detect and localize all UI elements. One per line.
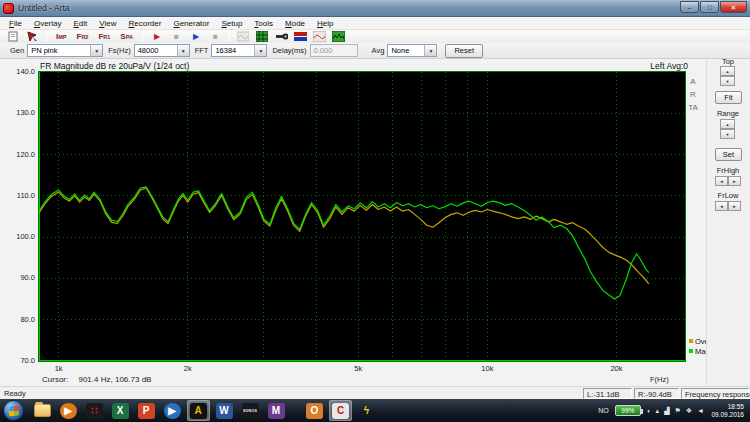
delay-input[interactable]: 0.000 (310, 44, 358, 57)
plot-canvas (39, 72, 685, 361)
frhigh-left-button[interactable]: ◄ (715, 176, 728, 186)
corel-icon-glyph: C (332, 403, 349, 419)
corel-icon[interactable]: C (329, 400, 352, 421)
lightning-icon-glyph: ϟ (358, 403, 375, 419)
volume-muted-icon[interactable]: ◄ (697, 407, 704, 414)
new-overlay-icon[interactable] (7, 31, 20, 42)
frhigh-right-button[interactable]: ► (728, 176, 741, 186)
led-app-icon[interactable]: ∷ (83, 400, 106, 421)
menu-tools[interactable]: Tools (248, 19, 279, 28)
record-stop-button[interactable]: ■ (169, 31, 184, 43)
media-player-icon[interactable]: ▶ (57, 400, 80, 421)
explorer-icon[interactable] (31, 400, 54, 421)
start-button[interactable] (3, 400, 24, 421)
fr-window-icon[interactable] (313, 31, 326, 42)
menu-edit[interactable]: Edit (67, 19, 93, 28)
arta-app-icon (3, 3, 14, 14)
spa-mode-button[interactable]: SPA (117, 31, 136, 43)
menu-help[interactable]: Help (311, 19, 339, 28)
reset-button[interactable]: Reset (445, 44, 483, 58)
dropdown-arrow-icon[interactable]: ▼ (424, 45, 436, 56)
frlow-right-button[interactable]: ► (728, 201, 741, 211)
fit-button[interactable]: Fit (715, 91, 742, 104)
minimize-button[interactable]: – (680, 1, 699, 13)
top-up-button[interactable]: ▲ (720, 66, 735, 76)
cursor-readout: Cursor: 901.4 Hz, 106.73 dB (42, 375, 151, 384)
graph-scale-icon[interactable] (256, 31, 269, 42)
record-button[interactable]: ▶ (149, 31, 165, 43)
menu-file[interactable]: File (3, 19, 28, 28)
mode-pane: Frequency response 1Ch (681, 388, 749, 399)
generator-select[interactable]: PN pink ▼ (27, 44, 103, 57)
maximize-button[interactable]: □ (700, 1, 719, 13)
toolbar-main: IMP FR2 FR1 SPA ▶ ■ ▶ ■ (0, 30, 750, 43)
spectrum-window-icon[interactable] (332, 31, 345, 42)
powerpoint-icon-glyph: P (138, 403, 155, 419)
menu-view[interactable]: View (93, 19, 122, 28)
top-down-button[interactable]: ▼ (720, 76, 735, 86)
dropdown-arrow-icon[interactable]: ▼ (177, 45, 189, 56)
gen-label: Gen (10, 46, 24, 55)
set-button[interactable]: Set (715, 148, 742, 161)
mediamonkey-icon[interactable]: M (265, 400, 288, 421)
excel-icon[interactable]: X (109, 400, 132, 421)
taskbar-clock[interactable]: 18:55 09.09.2016 (711, 403, 744, 418)
menu-setup[interactable]: Setup (215, 19, 248, 28)
arta-taskbar-icon[interactable]: A (187, 400, 210, 421)
x-tick-20k: 20k (606, 364, 626, 373)
system-tray: NO 99% ◖▴▟⚑❖◄ 18:55 09.09.2016 (598, 399, 748, 422)
sample-rate-select[interactable]: 48000 ▼ (134, 44, 190, 57)
frhigh-spinner[interactable]: ◄ ► (715, 176, 741, 186)
generator-setup-icon[interactable] (237, 31, 250, 42)
range-down-button[interactable]: ▼ (720, 129, 735, 139)
outlook-icon-glyph: O (306, 403, 323, 419)
update-icon[interactable]: ❖ (686, 407, 692, 415)
player-blue-icon[interactable]: ▶ (161, 400, 184, 421)
mediamonkey-icon-glyph: M (268, 403, 285, 419)
frequency-response-plot[interactable] (38, 71, 686, 362)
led-app-icon-glyph: ∷ (86, 403, 103, 419)
action-center-flag-icon[interactable]: ⚑ (674, 407, 680, 415)
play-stop-button[interactable]: ■ (208, 31, 223, 43)
menu-mode[interactable]: Mode (279, 19, 311, 28)
fft-size-select[interactable]: 16384 ▼ (211, 44, 267, 57)
cursor-value: 901.4 Hz, 106.73 dB (78, 375, 151, 384)
battery-indicator[interactable]: 99% (615, 405, 641, 416)
averaging-select[interactable]: None ▼ (387, 44, 437, 57)
range-up-button[interactable]: ▲ (720, 119, 735, 129)
word-icon[interactable]: W (213, 400, 236, 421)
microphone-connector-icon[interactable] (275, 31, 288, 42)
menu-overlay[interactable]: Overlay (28, 19, 68, 28)
arta-watermark: ARTA (688, 75, 698, 114)
pointer-icon[interactable] (26, 31, 39, 42)
top-spinner[interactable]: ▲ ▼ (720, 66, 735, 87)
powerpoint-icon[interactable]: P (135, 400, 158, 421)
level-meter-icon[interactable] (294, 31, 307, 42)
frlow-spinner[interactable]: ◄ ► (715, 201, 741, 211)
lightning-icon[interactable]: ϟ (355, 400, 378, 421)
network-signal-icon[interactable]: ▟ (664, 407, 669, 415)
menu-recorder[interactable]: Recorder (123, 19, 168, 28)
language-indicator[interactable]: NO (598, 407, 609, 414)
excel-icon-glyph: X (112, 403, 129, 419)
close-button[interactable]: ✕ (720, 1, 747, 13)
outlook-icon[interactable]: O (303, 400, 326, 421)
fs-label: Fs(Hz) (108, 46, 131, 55)
dropdown-arrow-icon[interactable]: ▼ (90, 45, 102, 56)
x-tick-5k: 5k (348, 364, 368, 373)
sonos-icon[interactable]: SONOS (239, 400, 262, 421)
imp-mode-button[interactable]: IMP (53, 31, 69, 43)
play-button[interactable]: ▶ (188, 31, 204, 43)
hidden-icons-arrow[interactable]: ▴ (656, 407, 660, 415)
toolbar-separator (142, 31, 143, 42)
y-tick-80.0: 80.0 (4, 315, 35, 324)
frlow-left-button[interactable]: ◄ (715, 201, 728, 211)
title-bar[interactable]: Untitled - Arta – □ ✕ (0, 0, 750, 17)
dropdown-arrow-icon[interactable]: ▼ (254, 45, 266, 56)
menu-generator[interactable]: Generator (167, 19, 215, 28)
fr2-mode-button[interactable]: FR2 (73, 31, 91, 43)
y-tick-110.0: 110.0 (4, 191, 35, 200)
fr1-mode-button[interactable]: FR1 (95, 31, 113, 43)
power-meter-icon[interactable]: ◖ (646, 407, 650, 414)
range-spinner[interactable]: ▲ ▼ (720, 119, 735, 140)
